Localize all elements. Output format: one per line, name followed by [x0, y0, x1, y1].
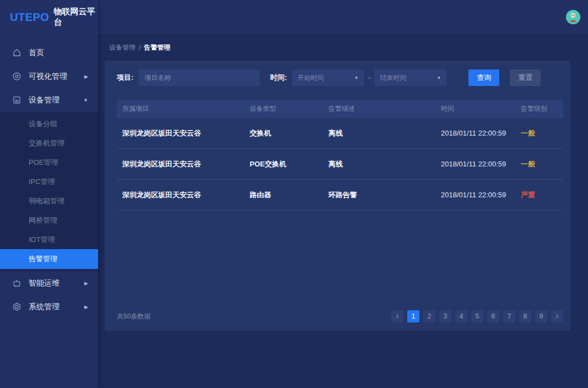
sidebar-item-intelligent-ops[interactable]: 智能运维 ▶ [0, 271, 98, 295]
filter-bar: 项目: 时间: 开始时间 ▼ – 结束时间 ▼ 查询 重置 [105, 61, 570, 86]
sidebar-item-label: 设备管理 [29, 95, 60, 105]
col-header-device-type: 设备类型 [244, 104, 323, 114]
chevron-right-icon: ▶ [84, 304, 88, 310]
cell-alarm-level: 严重 [515, 190, 563, 200]
table-row: 深圳龙岗区坂田天安云谷 POE交换机 离线 2018/01/11 22:00:5… [117, 149, 563, 180]
main-content: 设备管理 / 告警管理 项目: 时间: 开始时间 ▼ – 结束时间 ▼ 查询 重… [98, 34, 588, 388]
pagination-next-icon[interactable]: › [551, 310, 563, 322]
cell-time: 2018/01/11 22:00:59 [435, 191, 515, 199]
cell-description: 环路告警 [323, 190, 435, 200]
pagination: ‹ 1 2 3 4 5 6 7 8 9 › [391, 310, 563, 322]
breadcrumb-parent[interactable]: 设备管理 [109, 43, 136, 52]
end-time-select[interactable]: 结束时间 ▼ [374, 69, 446, 86]
cell-project: 深圳龙岗区坂田天安云谷 [117, 190, 244, 200]
cell-description: 离线 [323, 128, 435, 138]
submenu-item-alarm-management[interactable]: 告警管理 [0, 249, 98, 269]
pagination-page-2[interactable]: 2 [423, 310, 435, 322]
cell-device-type: 交换机 [244, 128, 323, 138]
col-header-time: 时间 [435, 104, 515, 114]
home-icon [12, 48, 21, 57]
pagination-page-6[interactable]: 6 [487, 310, 499, 322]
pagination-page-7[interactable]: 7 [503, 310, 515, 322]
sidebar-item-label: 智能运维 [29, 278, 60, 288]
alarm-management-panel: 项目: 时间: 开始时间 ▼ – 结束时间 ▼ 查询 重置 所属项目 设备类型 … [105, 61, 570, 331]
total-count-text: 共50条数据 [117, 312, 150, 321]
cell-alarm-level: 一般 [515, 128, 563, 138]
col-header-level: 告警级别 [515, 104, 563, 114]
start-time-select[interactable]: 开始时间 ▼ [292, 69, 364, 86]
ops-robot-icon [12, 278, 21, 288]
system-gear-icon [12, 302, 21, 311]
end-time-placeholder: 结束时间 [380, 73, 406, 83]
cell-device-type: POE交换机 [244, 159, 323, 169]
sidebar-item-device-management[interactable]: 设备管理 ▼ [0, 88, 98, 112]
project-name-input[interactable] [138, 69, 260, 86]
cell-alarm-level: 一般 [515, 159, 563, 169]
device-icon [12, 95, 21, 105]
sidebar-item-label: 首页 [29, 48, 44, 58]
pagination-page-9[interactable]: 9 [535, 310, 547, 322]
table-footer: 共50条数据 ‹ 1 2 3 4 5 6 7 8 9 › [117, 310, 563, 323]
breadcrumb: 设备管理 / 告警管理 [98, 34, 588, 52]
brand-logo-text: UTEPO [10, 11, 49, 24]
reset-button[interactable]: 重置 [510, 69, 541, 86]
cell-time: 2018/01/11 22:00:59 [435, 160, 515, 168]
sidebar: UTEPO 物联网云平台 首页 可视化管理 ▶ 设备管理 ▼ [0, 0, 98, 388]
search-button[interactable]: 查询 [468, 69, 499, 86]
pagination-page-4[interactable]: 4 [455, 310, 467, 322]
cell-time: 2018/01/11 22:00:59 [435, 129, 515, 137]
visualization-icon [12, 72, 21, 81]
pagination-page-1[interactable]: 1 [407, 310, 419, 322]
submenu-item-ipc-management[interactable]: IPC管理 [0, 172, 98, 191]
chevron-down-icon: ▼ [83, 98, 88, 103]
sidebar-item-label: 可视化管理 [29, 72, 67, 82]
time-range-dash: – [368, 74, 371, 82]
sidebar-item-visualization[interactable]: 可视化管理 ▶ [0, 64, 98, 88]
submenu-item-switch-management[interactable]: 交换机管理 [0, 133, 98, 153]
project-filter-label: 项目: [117, 73, 133, 83]
dropdown-caret-icon: ▼ [354, 76, 359, 80]
chevron-right-icon: ▶ [84, 281, 88, 286]
start-time-placeholder: 开始时间 [298, 73, 324, 83]
submenu-item-bridge-management[interactable]: 网桥管理 [0, 211, 98, 230]
alarm-table: 所属项目 设备类型 告警描述 时间 告警级别 深圳龙岗区坂田天安云谷 交换机 离… [117, 100, 563, 211]
table-header-row: 所属项目 设备类型 告警描述 时间 告警级别 [117, 100, 563, 118]
submenu-item-iot-management[interactable]: IOT管理 [0, 230, 98, 249]
cell-device-type: 路由器 [244, 190, 323, 200]
cell-project: 深圳龙岗区坂田天安云谷 [117, 128, 244, 138]
dropdown-caret-icon: ▼ [436, 76, 441, 80]
brand-product-name: 物联网云平台 [53, 7, 98, 28]
brand-logo: UTEPO 物联网云平台 [0, 0, 98, 34]
col-header-description: 告警描述 [323, 104, 435, 114]
chevron-right-icon: ▶ [84, 74, 88, 79]
sidebar-item-home[interactable]: 首页 [0, 41, 98, 64]
cell-description: 离线 [323, 159, 435, 169]
table-row: 深圳龙岗区坂田天安云谷 交换机 离线 2018/01/11 22:00:59 一… [117, 118, 563, 149]
breadcrumb-separator: / [139, 44, 141, 52]
cell-project: 深圳龙岗区坂田天安云谷 [117, 159, 244, 169]
submenu-item-weak-box-management[interactable]: 弱电箱管理 [0, 191, 98, 211]
sidebar-item-label: 系统管理 [29, 302, 60, 312]
submenu-item-device-group[interactable]: 设备分组 [0, 114, 98, 133]
pagination-page-8[interactable]: 8 [519, 310, 531, 322]
pagination-page-5[interactable]: 5 [471, 310, 483, 322]
breadcrumb-current: 告警管理 [144, 43, 170, 52]
sidebar-item-system-management[interactable]: 系统管理 ▶ [0, 295, 98, 319]
pagination-page-3[interactable]: 3 [439, 310, 451, 322]
avatar-character-icon [566, 10, 580, 24]
device-management-submenu: 设备分组 交换机管理 POE管理 IPC管理 弱电箱管理 网桥管理 IOT管理 … [0, 112, 98, 271]
col-header-project: 所属项目 [117, 104, 244, 114]
time-filter-label: 时间: [270, 73, 287, 83]
user-avatar[interactable] [566, 10, 580, 24]
pagination-prev-icon[interactable]: ‹ [391, 310, 403, 322]
submenu-item-poe-management[interactable]: POE管理 [0, 153, 98, 172]
table-row: 深圳龙岗区坂田天安云谷 路由器 环路告警 2018/01/11 22:00:59… [117, 180, 563, 211]
